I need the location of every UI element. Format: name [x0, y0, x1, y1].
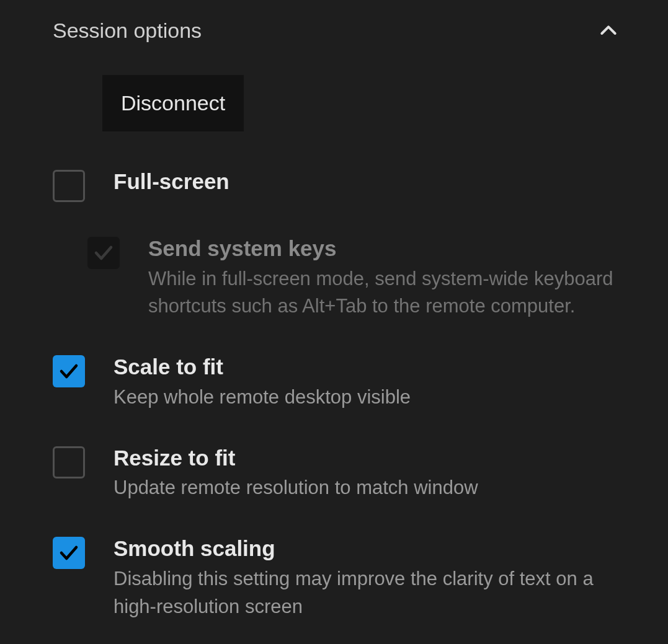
option-text: Send system keys While in full-screen mo…	[148, 234, 637, 320]
full-screen-checkbox[interactable]	[53, 170, 85, 202]
scale-to-fit-desc: Keep whole remote desktop visible	[114, 384, 637, 412]
collapse-toggle[interactable]	[599, 21, 618, 41]
resize-to-fit-label: Resize to fit	[114, 444, 637, 472]
section-header: Session options	[53, 19, 637, 43]
disconnect-button[interactable]: Disconnect	[102, 75, 244, 131]
smooth-scaling-desc: Disabling this setting may improve the c…	[114, 565, 637, 621]
smooth-scaling-label: Smooth scaling	[114, 534, 637, 563]
send-system-keys-desc: While in full-screen mode, send system-w…	[148, 265, 637, 321]
resize-to-fit-checkbox[interactable]	[53, 446, 85, 479]
option-text: Smooth scaling Disabling this setting ma…	[114, 534, 637, 620]
option-text: Full-screen	[114, 167, 637, 196]
option-resize-to-fit: Resize to fit Update remote resolution t…	[53, 444, 637, 502]
send-system-keys-label: Send system keys	[148, 234, 637, 263]
section-title: Session options	[53, 19, 202, 43]
check-icon	[58, 542, 80, 564]
option-smooth-scaling: Smooth scaling Disabling this setting ma…	[53, 534, 637, 620]
full-screen-label: Full-screen	[114, 167, 637, 196]
option-full-screen: Full-screen	[53, 167, 637, 202]
check-icon	[58, 360, 80, 382]
check-icon	[92, 242, 115, 264]
option-text: Resize to fit Update remote resolution t…	[114, 444, 637, 502]
option-send-system-keys: Send system keys While in full-screen mo…	[87, 234, 637, 320]
scale-to-fit-label: Scale to fit	[114, 353, 637, 381]
smooth-scaling-checkbox[interactable]	[53, 537, 85, 569]
resize-to-fit-desc: Update remote resolution to match window	[114, 474, 637, 502]
scale-to-fit-checkbox[interactable]	[53, 355, 85, 387]
send-system-keys-checkbox[interactable]	[87, 237, 120, 269]
option-text: Scale to fit Keep whole remote desktop v…	[114, 353, 637, 411]
option-scale-to-fit: Scale to fit Keep whole remote desktop v…	[53, 353, 637, 411]
chevron-up-icon	[599, 20, 618, 42]
